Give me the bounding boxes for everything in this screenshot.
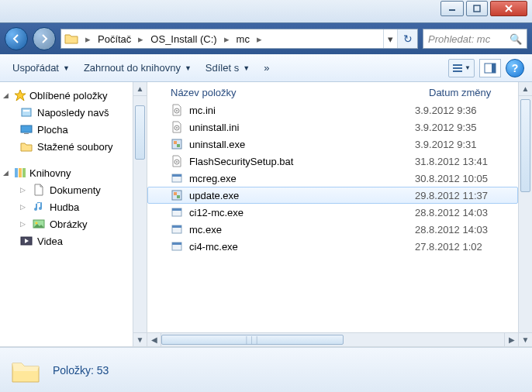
tree-item-downloads[interactable]: Stažené soubory xyxy=(3,138,147,155)
file-name: ci4-mc.exe xyxy=(189,241,415,253)
scroll-thumb[interactable] xyxy=(135,105,145,160)
tree-item-pictures[interactable]: ▷ Obrázky xyxy=(3,215,147,232)
file-row[interactable]: mcreg.exe30.8.2012 10:05 xyxy=(147,170,518,187)
titlebar xyxy=(0,0,532,23)
tree-favorites-header[interactable]: ◢ Oblíbené položky xyxy=(3,87,147,104)
list-scrollbar[interactable]: ▲ ▼ xyxy=(518,82,532,346)
file-name: ci12-mc.exe xyxy=(189,207,415,218)
include-library-button[interactable]: Zahrnout do knihovny▼ xyxy=(79,59,196,77)
file-icon xyxy=(171,138,183,150)
share-label: Sdílet s xyxy=(206,62,239,74)
scroll-up-icon[interactable]: ▲ xyxy=(133,82,147,96)
file-row[interactable]: uninstall.ini3.9.2012 9:35 xyxy=(147,119,518,136)
tree-libraries-header[interactable]: ◢ Knihovny xyxy=(3,164,147,181)
back-button[interactable] xyxy=(5,27,28,50)
tree-item-label: Plocha xyxy=(37,124,68,136)
scroll-thumb[interactable] xyxy=(520,99,530,192)
tree-item-recent[interactable]: Naposledy navš xyxy=(3,104,147,121)
address-dropdown[interactable]: ▾ xyxy=(383,29,397,48)
scroll-down-icon[interactable]: ▼ xyxy=(133,332,147,346)
breadcrumb-sep-icon: ▸ xyxy=(136,33,146,45)
scroll-up-icon[interactable]: ▲ xyxy=(519,82,532,96)
help-button[interactable]: ? xyxy=(506,59,524,77)
file-icon xyxy=(171,155,183,167)
tree-item-documents[interactable]: ▷ Dokumenty xyxy=(3,181,147,198)
file-date: 28.8.2012 14:03 xyxy=(415,207,512,218)
svg-rect-31 xyxy=(174,192,177,195)
svg-rect-4 xyxy=(453,64,462,66)
folder-icon xyxy=(64,32,78,46)
file-row[interactable]: ci4-mc.exe27.8.2012 1:02 xyxy=(147,238,518,255)
file-name: mc.ini xyxy=(189,105,415,116)
tree-item-desktop[interactable]: Plocha xyxy=(3,121,147,138)
breadcrumb-sep-icon: ▸ xyxy=(222,33,232,45)
scroll-thumb[interactable]: │││ xyxy=(161,335,344,345)
search-input[interactable]: Prohledat: mc 🔍 xyxy=(423,29,527,49)
collapse-icon: ◢ xyxy=(3,91,11,99)
file-icon xyxy=(171,223,183,236)
view-mode-button[interactable]: ▼ xyxy=(448,59,475,77)
svg-rect-1 xyxy=(474,5,480,12)
forward-button[interactable] xyxy=(33,27,56,50)
close-button[interactable] xyxy=(490,1,527,16)
svg-rect-25 xyxy=(177,144,180,147)
downloads-icon xyxy=(20,140,33,153)
file-row[interactable]: update.exe29.8.2012 11:37 xyxy=(147,187,518,204)
breadcrumb-item[interactable]: OS_Install (C:) xyxy=(147,29,219,48)
scroll-down-icon[interactable]: ▼ xyxy=(519,332,532,346)
libraries-icon xyxy=(14,167,26,179)
status-text: Položky: 53 xyxy=(53,364,109,377)
minimize-button[interactable] xyxy=(440,1,464,16)
organize-button[interactable]: Uspořádat▼ xyxy=(8,59,74,77)
search-placeholder: Prohledat: mc xyxy=(428,33,490,45)
overflow-button[interactable]: » xyxy=(259,62,274,74)
file-list: Název položky Datum změny mc.ini3.9.2012… xyxy=(147,82,532,346)
column-header-name[interactable]: Název položky xyxy=(171,87,429,98)
breadcrumb-item[interactable]: Počítač xyxy=(95,29,134,48)
file-row[interactable]: ci12-mc.exe28.8.2012 14:03 xyxy=(147,204,518,221)
preview-pane-button[interactable] xyxy=(479,59,501,77)
file-row[interactable]: mc.ini3.9.2012 9:36 xyxy=(147,101,518,119)
address-bar[interactable]: ▸ Počítač ▸ OS_Install (C:) ▸ mc ▸ ▾ ↻ xyxy=(60,29,418,49)
tree-item-label: Obrázky xyxy=(50,218,87,230)
svg-point-17 xyxy=(36,222,38,225)
column-header-date[interactable]: Datum změny xyxy=(429,87,526,98)
desktop-icon xyxy=(20,123,33,136)
status-bar: Položky: 53 xyxy=(0,347,532,392)
tree-scrollbar[interactable]: ▲ ▼ xyxy=(133,82,147,346)
videos-icon xyxy=(20,235,33,247)
file-icon xyxy=(171,104,183,116)
scroll-right-icon[interactable]: ▶ xyxy=(504,333,518,346)
refresh-button[interactable]: ↻ xyxy=(397,29,417,48)
svg-point-20 xyxy=(176,110,178,112)
file-icon xyxy=(171,240,183,253)
tree-item-label: Naposledy navš xyxy=(37,107,109,119)
chevron-down-icon: ▼ xyxy=(465,64,471,71)
horizontal-scrollbar[interactable]: ◀ │││ ▶ xyxy=(147,332,518,346)
file-date: 29.8.2012 11:37 xyxy=(415,190,512,201)
file-row[interactable]: mc.exe28.8.2012 14:03 xyxy=(147,221,518,238)
svg-point-27 xyxy=(176,161,178,163)
breadcrumb-item[interactable]: mc xyxy=(233,29,253,48)
tree-item-label: Stažené soubory xyxy=(37,141,113,153)
tree-item-music[interactable]: ▷ Hudba xyxy=(3,198,147,215)
tree-item-label: Dokumenty xyxy=(50,184,101,196)
file-date: 27.8.2012 1:02 xyxy=(415,241,512,253)
file-date: 28.8.2012 14:03 xyxy=(415,224,512,236)
file-row[interactable]: uninstall.exe3.9.2012 9:31 xyxy=(147,136,518,153)
svg-rect-38 xyxy=(172,242,181,245)
svg-rect-12 xyxy=(24,133,29,134)
window-buttons xyxy=(440,1,527,16)
documents-icon xyxy=(33,184,45,196)
file-icon xyxy=(171,206,183,218)
maximize-button[interactable] xyxy=(466,1,488,16)
share-button[interactable]: Sdílet s▼ xyxy=(201,59,254,77)
music-icon xyxy=(33,201,45,213)
file-row[interactable]: FlashSecuritySetup.bat31.8.2012 13:41 xyxy=(147,153,518,170)
file-name: update.exe xyxy=(189,190,415,201)
tree-item-videos[interactable]: Videa xyxy=(3,232,147,249)
svg-rect-34 xyxy=(172,208,181,211)
svg-rect-32 xyxy=(177,195,180,198)
navigation-tree: ◢ Oblíbené položky Naposledy navš Plocha… xyxy=(0,82,147,346)
scroll-left-icon[interactable]: ◀ xyxy=(147,333,161,346)
